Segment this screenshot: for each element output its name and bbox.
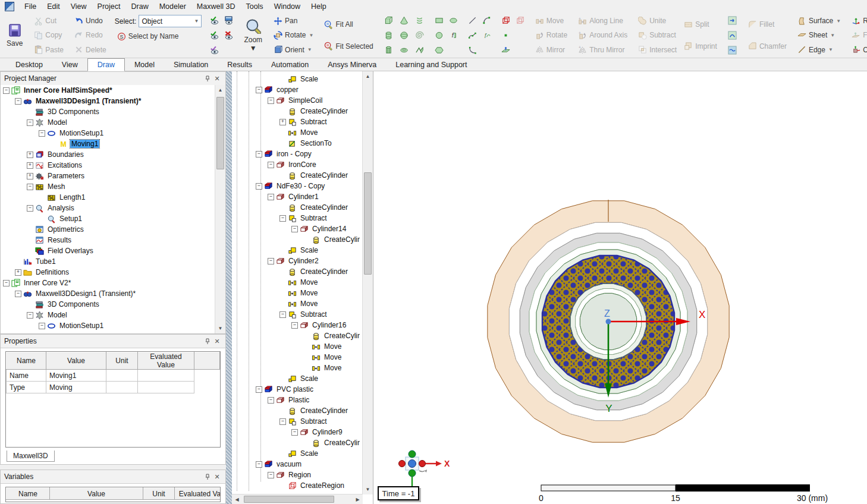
dropdown-arrow-icon[interactable]: ▼ (194, 18, 199, 24)
tree-item-optimetrics[interactable]: Optimetrics (1, 224, 215, 235)
tree-item-label[interactable]: Move (299, 128, 319, 137)
tree-item-label[interactable]: Maxwell3DDesign1 (Transient)* (34, 289, 137, 298)
tree-item-label[interactable]: Setup1 (58, 215, 83, 223)
tree-item-label[interactable]: Scale (299, 75, 319, 83)
fit-selected-button[interactable]: Fit Selected (322, 40, 375, 53)
pin-icon[interactable] (203, 336, 212, 346)
tree-item-createcylinder[interactable]: CreateCylinder (232, 330, 360, 341)
show-in-view-button[interactable] (222, 15, 235, 27)
draw-sphere-button[interactable] (397, 29, 411, 41)
rotate-view-button[interactable]: Rotate▼ (271, 29, 316, 42)
tree-item-label[interactable]: NdFe30 - Copy (275, 182, 326, 190)
tree-item-createcylinder[interactable]: CreateCylinder (232, 106, 360, 116)
tree-item-label[interactable]: CreateCylinder (299, 107, 349, 115)
menu-tools[interactable]: Tools (240, 1, 268, 12)
tree-item-subtract[interactable]: +Subtract (232, 116, 360, 127)
undo-button[interactable]: Undo (72, 14, 109, 27)
collapse-icon[interactable]: − (27, 205, 33, 212)
collapse-icon[interactable]: − (39, 323, 45, 329)
draw-cylinder-button[interactable] (382, 29, 396, 41)
move-button[interactable]: Move (533, 14, 570, 27)
column-header[interactable]: Evaluated Value (175, 488, 221, 500)
relative-cs-button[interactable]: Relative CS▼ (849, 14, 867, 27)
tree-item-field-overlays[interactable]: Field Overlays (1, 245, 215, 256)
column-header[interactable]: Evaluated Value (138, 352, 194, 370)
tree-item-label[interactable]: Mesh (46, 182, 66, 191)
tree-item-label[interactable]: SectionTo (299, 139, 333, 147)
collapse-icon[interactable]: − (279, 215, 286, 222)
tree-item-maxwell3ddesign1-transient-[interactable]: −Maxwell3DDesign1 (Transient)* (1, 288, 215, 299)
expand-icon[interactable]: + (27, 162, 33, 169)
tab-desktop[interactable]: Desktop (6, 59, 52, 71)
tree-item-label[interactable]: SimpleCoil (287, 96, 323, 105)
tree-item-label[interactable]: Cylinder1 (287, 193, 320, 201)
table-cell[interactable]: Moving (46, 382, 106, 393)
tree-item-label[interactable]: 3D Components (46, 300, 100, 308)
sweep-path-button[interactable] (725, 44, 740, 56)
tree-item-tube1[interactable]: Tube1 (1, 256, 215, 267)
menu-edit[interactable]: Edit (42, 1, 65, 12)
tree-item-label[interactable]: MotionSetup1 (58, 129, 105, 137)
tree-item-model[interactable]: −Model (1, 117, 215, 128)
tree-item-results[interactable]: Results (1, 235, 215, 245)
hide-selected-button[interactable] (222, 29, 235, 41)
expand-icon[interactable]: + (15, 269, 21, 276)
dropdown-arrow-icon[interactable]: ▼ (836, 18, 841, 24)
tree-item-ndfe30-copy[interactable]: −NdFe30 - Copy (232, 181, 360, 191)
tree-item-label[interactable]: Move (299, 300, 319, 308)
column-header[interactable]: Value (50, 488, 143, 500)
tree-item-move[interactable]: Move (232, 352, 360, 363)
tree-item-createcylinder[interactable]: CreateCylinder (232, 170, 360, 181)
tree-item-move[interactable]: Move (232, 277, 360, 288)
model-canvas[interactable]: XYZX01530 (mm) (373, 71, 867, 504)
tree-item-label[interactable]: Cylinder16 (311, 321, 347, 329)
tree-item-cylinder14[interactable]: −Cylinder14 (232, 223, 360, 234)
draw-point-button[interactable] (500, 29, 513, 41)
tree-item-label[interactable]: Move (299, 289, 319, 297)
tree-item-inner-core-halfsimspeed-[interactable]: −Inner Core HalfSimSpeed* (1, 85, 215, 96)
dropdown-arrow-icon[interactable]: ▼ (307, 47, 312, 52)
tree-item-createcylinder[interactable]: CreateCylinder (232, 202, 360, 213)
tree-item-iron-copy[interactable]: −iron - Copy (232, 149, 360, 159)
tree-item-label[interactable]: iron - Copy (275, 150, 313, 158)
3d-model-viewport[interactable]: XYZX01530 (mm) Time = -1 (373, 71, 867, 504)
table-cell[interactable] (106, 370, 138, 382)
close-icon[interactable]: ✕ (212, 472, 222, 481)
draw-3pt-arc-button[interactable] (466, 44, 479, 56)
draw-sweep-button[interactable] (413, 44, 427, 56)
paste-button[interactable]: Paste (32, 43, 66, 56)
tree-item-move[interactable]: Move (232, 341, 360, 352)
tab-ansys-minerva[interactable]: Ansys Minerva (318, 59, 386, 71)
zoom-button[interactable]: Zoom▼ (240, 13, 266, 58)
draw-ellipse-button[interactable] (447, 15, 460, 27)
table-cell[interactable] (106, 382, 138, 393)
tree-item-subtract[interactable]: −Subtract (232, 309, 360, 320)
tree-item-inner-core-v2-[interactable]: −Inner Core V2* (1, 278, 215, 288)
collapse-icon[interactable]: − (27, 119, 33, 126)
draw-cone-button[interactable] (397, 15, 411, 27)
save-button[interactable]: Save (2, 13, 27, 58)
collapse-icon[interactable]: − (268, 258, 274, 264)
column-header[interactable]: Name (7, 352, 46, 370)
tree-item-label[interactable]: 3D Components (46, 108, 100, 116)
tree-item-pvc-plastic[interactable]: −PVC plastic (232, 384, 360, 395)
tree-item-label[interactable]: Cylinder2 (287, 257, 320, 265)
duplicate-thru-mirror-button[interactable]: +Thru Mirror (576, 43, 630, 56)
tree-item-label[interactable]: Subtract (299, 310, 328, 319)
tree-item-move[interactable]: Move (232, 298, 360, 309)
tree-item-label[interactable]: CreateCylinder (299, 407, 349, 415)
visibility-button[interactable] (208, 44, 221, 56)
tree-item-label[interactable]: Inner Core HalfSimSpeed* (23, 86, 114, 94)
collapse-icon[interactable]: − (27, 184, 33, 190)
tree-item-label[interactable]: CreateCylinder (323, 332, 360, 340)
intersect-button[interactable]: Intersect (636, 43, 679, 56)
tree-item-cylinder1[interactable]: −Cylinder1 (232, 191, 360, 202)
tree-item-label[interactable]: MotionSetup1 (58, 322, 105, 330)
tree-item-label[interactable]: Subtract (299, 417, 328, 426)
collapse-icon[interactable]: − (3, 87, 10, 94)
column-header[interactable]: Unit (106, 352, 138, 370)
tree-item-label[interactable]: Subtract (299, 214, 328, 222)
collapse-icon[interactable]: − (268, 472, 274, 478)
tab-view[interactable]: View (52, 59, 87, 71)
tree-item-label[interactable]: PVC plastic (275, 385, 315, 393)
